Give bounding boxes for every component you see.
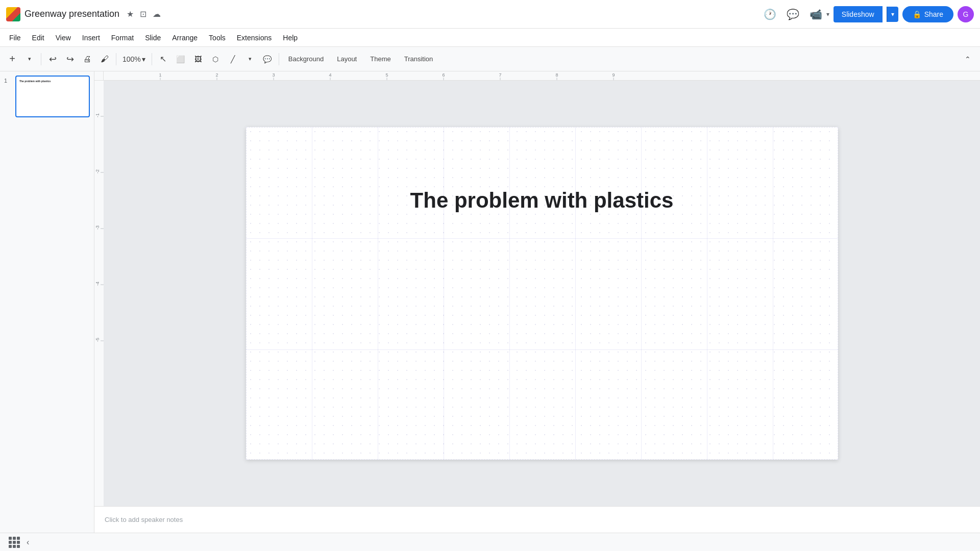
toolbar: + ▾ ↩ ↪ 🖨 🖌 100% ▾ ↖ ⬜ 🖼 ⬡ ╱ ▾ 💬 Backgro… [0, 47, 980, 71]
svg-text:6: 6 [442, 72, 445, 78]
slideshow-button[interactable]: Slideshow [834, 6, 883, 22]
separator-2 [116, 53, 116, 65]
svg-text:-4: -4 [95, 282, 100, 286]
slide-title[interactable]: The problem with plastics [246, 188, 838, 213]
editor-main[interactable]: The problem with plastics [104, 81, 980, 506]
video-icon[interactable]: 📹 [806, 5, 825, 23]
notes-area[interactable]: Click to add speaker notes [94, 506, 980, 533]
svg-text:8: 8 [555, 72, 558, 78]
menu-extensions[interactable]: Extensions [232, 32, 277, 44]
format-options-group: Background Layout Theme Transition [282, 53, 439, 65]
layout-button[interactable]: Layout [331, 53, 363, 65]
canvas-outer-wrapper: 1 2 3 4 5 6 7 8 [94, 71, 980, 533]
menu-tools[interactable]: Tools [204, 32, 231, 44]
svg-text:-1: -1 [95, 113, 100, 117]
redo-button[interactable]: ↪ [62, 51, 78, 67]
svg-text:5: 5 [385, 72, 388, 78]
comment-tool[interactable]: 💬 [259, 51, 276, 67]
avatar[interactable]: G [958, 6, 974, 22]
slide-dotted-grid [246, 127, 838, 460]
paint-format-button[interactable]: 🖌 [96, 51, 113, 67]
status-bar: ‹ [0, 533, 980, 551]
collapse-toolbar-button[interactable]: ⌃ [960, 51, 976, 67]
share-label: Share [924, 10, 943, 18]
main-area: 1 The problem with plastics 1 2 [0, 71, 980, 533]
background-button[interactable]: Background [282, 53, 330, 65]
svg-text:4: 4 [329, 72, 331, 78]
video-dropdown-icon[interactable]: ▾ [826, 11, 829, 18]
lock-icon: 🔒 [913, 10, 921, 18]
panel-collapse-button[interactable]: ‹ [27, 538, 29, 547]
slide-canvas[interactable]: The problem with plastics [246, 127, 838, 460]
toolbar-right: ⌃ [960, 51, 976, 67]
comment-icon[interactable]: 💬 [783, 5, 802, 23]
svg-rect-19 [94, 81, 104, 506]
select-tool[interactable]: ↖ [155, 51, 172, 67]
menu-slide[interactable]: Slide [140, 32, 166, 44]
image-tool[interactable]: 🖼 [190, 51, 206, 67]
editor-and-ruler: -1 -2 -3 -4 -5 [94, 81, 980, 506]
grid-view-button[interactable] [6, 534, 22, 550]
separator-4 [279, 53, 279, 65]
zoom-dropdown-icon: ▾ [142, 55, 145, 63]
ruler-vertical: -1 -2 -3 -4 -5 [94, 81, 104, 506]
shape-tool[interactable]: ⬡ [207, 51, 224, 67]
line-tool[interactable]: ╱ [225, 51, 241, 67]
slides-panel: 1 The problem with plastics [0, 71, 94, 533]
separator-3 [152, 53, 152, 65]
menu-file[interactable]: File [4, 32, 26, 44]
menu-format[interactable]: Format [106, 32, 139, 44]
svg-text:1: 1 [159, 72, 161, 78]
notes-placeholder[interactable]: Click to add speaker notes [105, 516, 183, 523]
print-button[interactable]: 🖨 [79, 51, 95, 67]
doc-title[interactable]: Greenway presentation [24, 9, 119, 19]
menu-bar: File Edit View Insert Format Slide Arran… [0, 29, 980, 47]
slide-1-wrapper: 1 The problem with plastics [4, 76, 90, 117]
svg-text:-2: -2 [95, 169, 100, 173]
theme-button[interactable]: Theme [364, 53, 397, 65]
svg-rect-0 [104, 71, 980, 80]
ruler-corner [94, 71, 104, 81]
svg-text:7: 7 [499, 72, 501, 78]
ruler-horizontal: 1 2 3 4 5 6 7 8 [94, 71, 980, 81]
ruler-h-main: 1 2 3 4 5 6 7 8 [104, 71, 980, 80]
select-shape-tool[interactable]: ⬜ [173, 51, 189, 67]
share-button[interactable]: 🔒 Share [902, 6, 953, 22]
svg-text:-3: -3 [95, 226, 100, 230]
zoom-dropdown[interactable]: 100% ▾ [119, 53, 149, 65]
folder-icon[interactable]: ⊡ [140, 9, 146, 19]
transition-button[interactable]: Transition [398, 53, 439, 65]
slide-1-thumb-title: The problem with plastics [19, 80, 51, 83]
menu-arrange[interactable]: Arrange [167, 32, 203, 44]
menu-view[interactable]: View [51, 32, 76, 44]
svg-text:9: 9 [612, 72, 615, 78]
svg-text:3: 3 [272, 72, 275, 78]
title-bar: Greenway presentation ★ ⊡ ☁ 🕐 💬 📹 ▾ Slid… [0, 0, 980, 29]
menu-insert[interactable]: Insert [77, 32, 105, 44]
grid-icon [9, 537, 20, 548]
history-icon[interactable]: 🕐 [761, 5, 779, 23]
slide-1-number: 1 [4, 76, 12, 84]
slideshow-dropdown-button[interactable]: ▾ [887, 7, 898, 22]
app-logo [6, 7, 20, 21]
add-dropdown[interactable]: ▾ [21, 51, 38, 67]
menu-edit[interactable]: Edit [27, 32, 50, 44]
ruler-h-svg: 1 2 3 4 5 6 7 8 [104, 71, 980, 80]
line-dropdown[interactable]: ▾ [242, 51, 258, 67]
zoom-level: 100% [122, 55, 141, 63]
undo-button[interactable]: ↩ [44, 51, 61, 67]
star-icon[interactable]: ★ [127, 9, 134, 19]
slide-1-thumbnail[interactable]: The problem with plastics [15, 76, 90, 117]
title-bar-right: 🕐 💬 📹 ▾ Slideshow ▾ 🔒 Share G [761, 5, 974, 23]
svg-text:2: 2 [215, 72, 218, 78]
video-section: 📹 ▾ [806, 5, 829, 23]
separator-1 [41, 53, 41, 65]
menu-help[interactable]: Help [278, 32, 303, 44]
svg-text:-5: -5 [95, 338, 100, 342]
ruler-v-svg: -1 -2 -3 -4 -5 [94, 81, 104, 506]
add-button[interactable]: + [4, 51, 20, 67]
cloud-icon[interactable]: ☁ [153, 9, 161, 19]
